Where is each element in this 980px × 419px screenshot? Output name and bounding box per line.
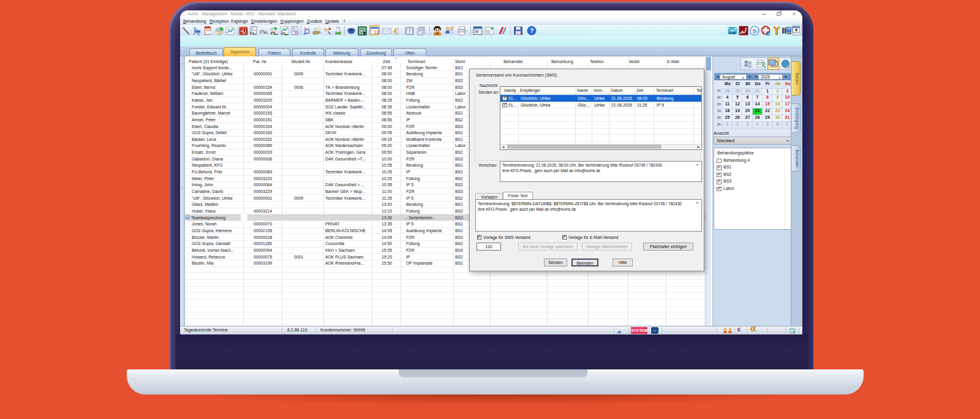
svg-text:?: ? bbox=[530, 27, 534, 34]
svg-text:€: € bbox=[394, 26, 399, 36]
svg-text:12: 12 bbox=[374, 30, 379, 34]
svg-text:TAM: TAM bbox=[728, 31, 736, 35]
